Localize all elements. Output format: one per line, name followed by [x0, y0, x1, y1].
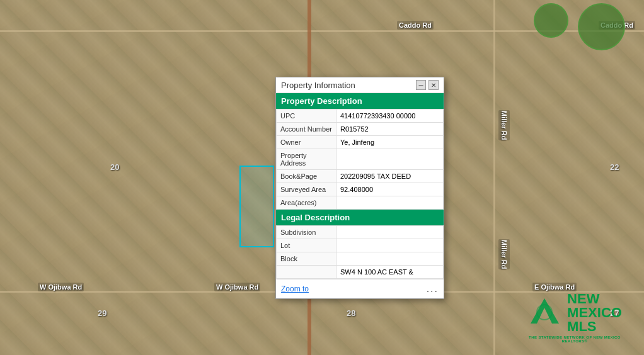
table-row: Owner Ye, Jinfeng: [277, 136, 444, 149]
table-row: Lot: [277, 239, 444, 252]
close-button[interactable]: ✕: [428, 80, 439, 90]
property-description-header: Property Description: [276, 93, 444, 109]
miller-road: [493, 0, 495, 355]
value-owner: Ye, Jinfeng: [336, 136, 444, 149]
logo-area: NEW MEXICO MLS THE STATEWIDE NETWORK OF …: [518, 292, 631, 342]
table-row: Surveyed Area 92.408000: [277, 183, 444, 196]
table-row: SW4 N 100 AC EAST &: [277, 266, 444, 279]
logo-new: NEW: [567, 292, 622, 306]
section-20: 20: [110, 162, 119, 172]
ojibwa-rd-label-w1: W Ojibwa Rd: [38, 283, 84, 291]
minimize-button[interactable]: ─: [416, 80, 426, 90]
property-info-table: UPC 41410772393430 00000 Account Number …: [276, 109, 444, 210]
section-29: 29: [98, 308, 106, 318]
value-surveyed-area: 92.408000: [336, 183, 444, 196]
label-account: Account Number: [277, 123, 336, 136]
panel-controls: ─ ✕: [416, 80, 439, 90]
ojibwa-rd-label-w2: W Ojibwa Rd: [214, 283, 260, 291]
label-subdivision: Subdivision: [277, 226, 336, 239]
value-lot: [336, 239, 444, 252]
table-row: Account Number R015752: [277, 123, 444, 136]
label-upc: UPC: [277, 110, 336, 123]
value-block: [336, 252, 444, 266]
more-button[interactable]: ...: [427, 283, 439, 295]
logo-mexico: MEXICO: [567, 306, 622, 320]
table-row: Book&Page 202209095 TAX DEED: [277, 170, 444, 183]
panel-footer: Zoom to ...: [276, 279, 444, 298]
miller-rd-label-s: Miller Rd: [498, 239, 510, 269]
logo-subtext: THE STATEWIDE NETWORK OF NEW MEXICO REAL…: [518, 335, 631, 343]
irrigation-circle-2: [534, 3, 568, 38]
panel-title: Property Information: [281, 81, 355, 90]
table-row: Subdivision: [277, 226, 444, 239]
table-row: Property Address: [277, 149, 444, 170]
section-28: 28: [347, 308, 355, 318]
label-lot: Lot: [277, 239, 336, 252]
label-legal-blank: [277, 266, 336, 279]
value-area-acres: [336, 196, 444, 210]
label-block: Block: [277, 252, 336, 266]
value-upc: 41410772393430 00000: [336, 110, 444, 123]
value-account: R015752: [336, 123, 444, 136]
miller-rd-label-n: Miller Rd: [498, 110, 510, 140]
label-owner: Owner: [277, 136, 336, 149]
logo-icon: [527, 295, 562, 330]
label-surveyed-area: Surveyed Area: [277, 183, 336, 196]
logo-mls: MLS: [567, 320, 622, 334]
panel-titlebar: Property Information ─ ✕: [276, 77, 444, 93]
irrigation-circle-1: [578, 3, 625, 50]
property-info-panel: Property Information ─ ✕ Property Descri…: [275, 77, 444, 299]
value-book-page: 202209095 TAX DEED: [336, 170, 444, 183]
section-22: 22: [610, 162, 619, 172]
label-book-page: Book&Page: [277, 170, 336, 183]
label-property-address: Property Address: [277, 149, 336, 170]
table-row: Block: [277, 252, 444, 266]
caddo-rd-label-east: Caddo Rd: [397, 21, 434, 30]
value-property-address: [336, 149, 444, 170]
ojibwa-rd-label-e: E Ojibwa Rd: [532, 283, 577, 291]
legal-description-header: Legal Description: [276, 210, 444, 225]
parcel-boundary: [239, 166, 274, 247]
zoom-to-link[interactable]: Zoom to: [281, 285, 309, 293]
table-row: Area(acres): [277, 196, 444, 210]
label-area-acres: Area(acres): [277, 196, 336, 210]
value-subdivision: [336, 226, 444, 239]
table-row: UPC 41410772393430 00000: [277, 110, 444, 123]
legal-info-table: Subdivision Lot Block SW4 N 100 AC EAST …: [276, 225, 444, 279]
value-legal-text: SW4 N 100 AC EAST &: [336, 266, 444, 279]
